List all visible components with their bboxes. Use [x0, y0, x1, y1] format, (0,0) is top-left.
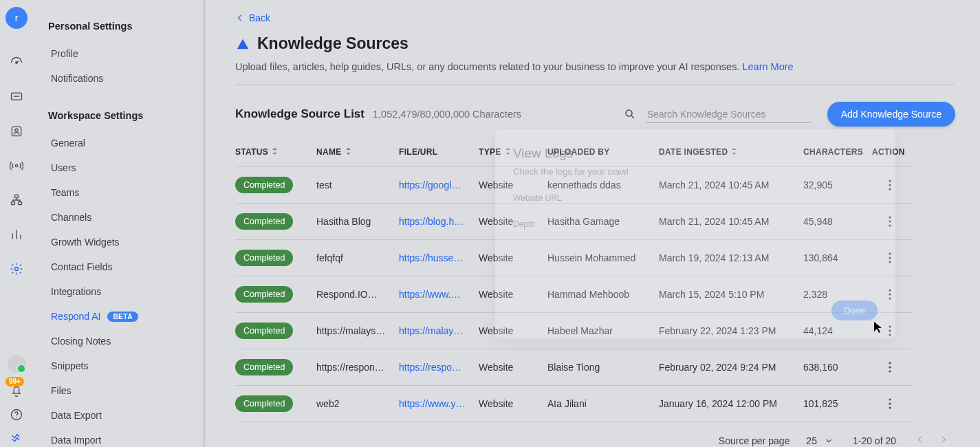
section-personal-title: Personal Settings [48, 21, 204, 32]
svg-point-28 [889, 366, 891, 368]
cell-uploaded-by: Hussein Mohammed [547, 240, 659, 276]
list-title: Knowledge Source List [235, 107, 364, 121]
row-menu-button[interactable] [882, 395, 898, 412]
file-link[interactable]: https://husse… [399, 252, 463, 263]
cell-name: https://malays… [316, 313, 399, 349]
svg-point-14 [889, 188, 891, 190]
gauge-icon[interactable] [9, 55, 24, 70]
cell-date: March 21, 2024 10:45 AM [659, 167, 803, 204]
cell-type: Website [479, 204, 547, 240]
cell-characters: 2,328 [803, 276, 872, 313]
svg-point-11 [626, 110, 632, 116]
nav-files[interactable]: Files [48, 378, 204, 403]
row-menu-button[interactable] [882, 250, 898, 266]
section-workspace-title: Workspace Settings [48, 110, 204, 121]
svg-rect-5 [15, 195, 19, 198]
svg-point-8 [15, 268, 19, 271]
file-link[interactable]: https://blog.h… [399, 216, 464, 227]
nav-notifications[interactable]: Notifications [48, 66, 204, 91]
help-icon[interactable] [9, 407, 24, 422]
file-link[interactable]: https://www.… [399, 289, 460, 300]
svg-rect-7 [19, 202, 22, 205]
prev-page-button[interactable] [915, 435, 925, 446]
gear-icon[interactable] [9, 261, 24, 276]
cell-type: Website [479, 386, 547, 422]
cell-file: https://husse… [399, 240, 479, 276]
nav-respond-ai-label: Respond AI [51, 311, 100, 322]
app-switcher-icon[interactable] [9, 429, 24, 444]
broadcast-icon[interactable] [9, 158, 24, 173]
col-characters: CHARACTERS [803, 138, 872, 167]
per-page-select[interactable]: 25 [806, 435, 834, 446]
nav-teams[interactable]: Teams [48, 180, 204, 205]
svg-rect-6 [12, 202, 15, 205]
section-divider [235, 85, 955, 85]
search-input[interactable] [646, 106, 811, 123]
cell-uploaded-by: Hasitha Gamage [547, 204, 659, 240]
workspace-avatar[interactable]: r [6, 7, 28, 29]
nav-respond-ai[interactable]: Respond AI BETA [48, 304, 204, 329]
nav-growth-widgets[interactable]: Growth Widgets [48, 230, 204, 254]
analytics-icon[interactable] [9, 227, 24, 242]
nav-data-import[interactable]: Data Import [48, 428, 204, 447]
add-knowledge-source-button[interactable]: Add Knowledge Source [827, 102, 955, 127]
col-status[interactable]: STATUS [235, 138, 316, 167]
search-icon [624, 108, 636, 120]
cell-characters: 32,905 [803, 167, 872, 204]
learn-more-link[interactable]: Learn More [742, 61, 793, 72]
chat-icon[interactable] [9, 89, 24, 105]
svg-point-31 [889, 402, 891, 404]
svg-point-27 [889, 362, 891, 364]
file-link[interactable]: https://googl… [399, 179, 461, 190]
cell-uploaded-by: Habeel Mazhar [547, 313, 659, 349]
cell-name: https://respon… [316, 349, 399, 386]
nav-general[interactable]: General [48, 131, 204, 155]
nav-users[interactable]: Users [48, 155, 204, 180]
svg-point-3 [15, 129, 18, 131]
svg-point-19 [889, 257, 891, 259]
svg-point-10 [16, 417, 17, 418]
main-area: Back Knowledge Sources Upload files, art… [205, 0, 980, 447]
col-type[interactable]: TYPE [479, 138, 547, 167]
rail-bottom-group: 99+ [8, 349, 25, 447]
row-menu-button[interactable] [882, 359, 898, 375]
notifications-bell[interactable]: 99+ [10, 384, 23, 397]
contact-icon[interactable] [9, 124, 24, 139]
row-menu-button[interactable] [882, 286, 898, 303]
status-badge: Completed [235, 395, 293, 412]
file-link[interactable]: https://www.y… [399, 398, 465, 409]
svg-point-30 [889, 398, 891, 400]
user-avatar[interactable] [8, 355, 25, 373]
cell-date: March 21, 2024 10:45 AM [659, 204, 803, 240]
nav-closing-notes[interactable]: Closing Notes [48, 329, 204, 353]
back-label: Back [249, 12, 270, 23]
file-link[interactable]: https://respo… [399, 362, 461, 373]
list-header: Knowledge Source List 1,052,479/80,000,0… [235, 102, 955, 127]
file-link[interactable]: https://malay… [399, 325, 463, 336]
row-menu-button[interactable] [882, 177, 898, 193]
col-uploaded-by: UPLOADED BY [547, 138, 659, 167]
cell-file: https://malay… [399, 313, 479, 349]
org-icon[interactable] [9, 193, 24, 208]
col-name[interactable]: NAME [316, 138, 399, 167]
nav-channels[interactable]: Channels [48, 205, 204, 230]
page-description: Upload files, articles, help guides, URL… [235, 61, 955, 72]
pager [915, 435, 948, 446]
back-link[interactable]: Back [235, 12, 270, 23]
cell-status: Completed [235, 204, 316, 240]
cell-type: Website [479, 313, 547, 349]
col-date[interactable]: DATE INGESTED [659, 138, 803, 167]
nav-profile[interactable]: Profile [48, 41, 204, 66]
cell-file: https://www.y… [399, 386, 479, 422]
svg-point-18 [889, 252, 891, 254]
row-menu-button[interactable] [882, 323, 898, 339]
per-page-label: Source per page [719, 435, 790, 446]
nav-integrations[interactable]: Integrations [48, 279, 204, 304]
nav-data-export[interactable]: Data Export [48, 403, 204, 428]
nav-contact-fields[interactable]: Contact Fields [48, 254, 204, 279]
cell-status: Completed [235, 240, 316, 276]
next-page-button[interactable] [939, 435, 948, 446]
cell-action [872, 349, 913, 386]
nav-snippets[interactable]: Snippets [48, 353, 204, 378]
row-menu-button[interactable] [882, 213, 898, 230]
